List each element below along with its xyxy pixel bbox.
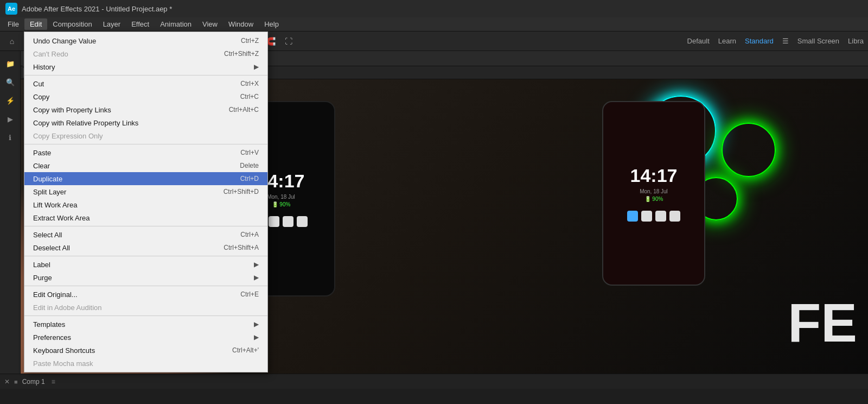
phone-right-icons <box>627 211 680 222</box>
effects-icon[interactable]: ⚡ <box>2 92 18 109</box>
phone-left-battery: 🔋 90% <box>272 201 291 207</box>
app-icon-r3 <box>655 211 666 222</box>
menu-history[interactable]: History ▶ <box>24 60 267 73</box>
search-icon[interactable]: 🔍 <box>2 74 18 90</box>
menu-edit[interactable]: Edit <box>24 18 47 30</box>
menu-undo[interactable]: Undo Change Value Ctrl+Z <box>24 34 267 47</box>
phone-left-date: Mon, 18 Jul <box>267 194 295 200</box>
left-sidebar: 📁 🔍 ⚡ ▶ ℹ <box>0 51 21 374</box>
menu-cut[interactable]: Cut Ctrl+X <box>24 77 267 90</box>
timeline-menu[interactable]: ≡ <box>52 378 55 386</box>
app-icon-r2 <box>641 211 652 222</box>
menu-animation[interactable]: Animation <box>155 18 197 30</box>
menu-deselect-all[interactable]: Deselect All Ctrl+Shift+A <box>24 241 267 254</box>
divider-5 <box>24 286 267 286</box>
menu-copy-expr[interactable]: Copy Expression Only <box>24 129 267 142</box>
menu-effect[interactable]: Effect <box>126 18 155 30</box>
orb-medium <box>722 123 776 177</box>
workspace-learn[interactable]: Learn <box>718 37 736 45</box>
menu-file[interactable]: File <box>2 18 24 30</box>
menu-paste[interactable]: Paste Ctrl+V <box>24 146 267 159</box>
app-icon-r1 <box>627 211 638 222</box>
menu-select-all[interactable]: Select All Ctrl+A <box>24 228 267 241</box>
menu-purge[interactable]: Purge ▶ <box>24 271 267 284</box>
menu-help[interactable]: Help <box>259 18 284 30</box>
workspace-default[interactable]: Default <box>687 37 710 45</box>
divider-6 <box>24 315 267 316</box>
menu-templates[interactable]: Templates ▶ <box>24 318 267 331</box>
divider-2 <box>24 144 267 144</box>
menu-paste-mocha[interactable]: Paste Mocha mask <box>24 357 267 370</box>
titlebar: Ae Adobe After Effects 2021 - Untitled P… <box>0 0 868 17</box>
divider-3 <box>24 226 267 226</box>
workspace-switcher: Default Learn Standard ☰ Small Screen Li… <box>687 37 864 45</box>
menu-window[interactable]: Window <box>223 18 259 30</box>
preview-icon[interactable]: ▶ <box>2 111 18 127</box>
menu-preferences[interactable]: Preferences ▶ <box>24 331 267 344</box>
menu-clear[interactable]: Clear Delete <box>24 159 267 172</box>
menu-view[interactable]: View <box>197 18 223 30</box>
timeline-comp-label: Comp 1 <box>22 378 45 386</box>
app-icon-2 <box>269 216 279 227</box>
app-icon-r4 <box>669 211 680 222</box>
menu-copy[interactable]: Copy Ctrl+C <box>24 90 267 103</box>
divider-4 <box>24 256 267 256</box>
workspace-menu-icon[interactable]: ☰ <box>782 37 789 45</box>
menu-label[interactable]: Label ▶ <box>24 258 267 271</box>
ae-logo: Ae <box>5 3 17 15</box>
phone-right-time: 14:17 <box>630 165 678 186</box>
menu-keyboard-shortcuts[interactable]: Keyboard Shortcuts Ctrl+Alt+' <box>24 344 267 357</box>
workspace-standard[interactable]: Standard <box>745 37 774 45</box>
menu-edit-original[interactable]: Edit Original... Ctrl+E <box>24 288 267 301</box>
phone-right-date: Mon, 18 Jul <box>640 188 668 194</box>
workspace-small[interactable]: Small Screen <box>797 37 839 45</box>
home-btn[interactable]: ⌂ <box>4 34 20 49</box>
menu-layer[interactable]: Layer <box>98 18 126 30</box>
menu-split-layer[interactable]: Split Layer Ctrl+Shift+D <box>24 185 267 198</box>
app-icon-4 <box>297 216 308 227</box>
fe-text: FE <box>788 292 857 354</box>
project-icon[interactable]: 📁 <box>2 55 18 72</box>
timeline-close[interactable]: ✕ <box>4 378 10 386</box>
menu-copy-rel[interactable]: Copy with Relative Property Links <box>24 116 267 129</box>
app-icon-3 <box>283 216 293 227</box>
menu-redo[interactable]: Can't Redo Ctrl+Shift+Z <box>24 47 267 60</box>
info-icon[interactable]: ℹ <box>2 129 18 146</box>
titlebar-text: Adobe After Effects 2021 - Untitled Proj… <box>22 5 172 13</box>
menu-lift-work[interactable]: Lift Work Area <box>24 198 267 211</box>
menu-composition[interactable]: Composition <box>47 18 97 30</box>
timeline-dot: ■ <box>14 378 18 385</box>
workspace-libra[interactable]: Libra <box>848 37 864 45</box>
timeline: ✕ ■ Comp 1 ≡ <box>0 374 868 389</box>
phone-right-battery: 🔋 90% <box>644 196 663 202</box>
phone-right: 14:17 Mon, 18 Jul 🔋 90% <box>602 101 705 286</box>
menubar: File Edit Composition Layer Effect Anima… <box>0 17 868 31</box>
edit-menu: Undo Change Value Ctrl+Z Can't Redo Ctrl… <box>24 31 268 373</box>
expand-icon[interactable]: ⛶ <box>281 34 296 49</box>
menu-duplicate[interactable]: Duplicate Ctrl+D <box>24 172 267 185</box>
menu-extract-work[interactable]: Extract Work Area <box>24 211 267 224</box>
menu-edit-audition[interactable]: Edit in Adobe Audition <box>24 301 267 314</box>
menu-copy-prop[interactable]: Copy with Property Links Ctrl+Alt+C <box>24 103 267 116</box>
divider-1 <box>24 75 267 75</box>
